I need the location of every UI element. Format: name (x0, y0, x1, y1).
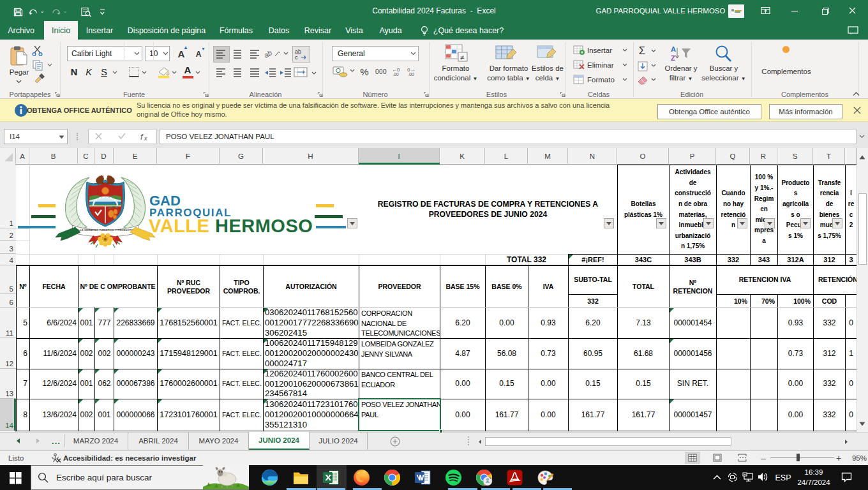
svg-text:f: f (140, 133, 144, 142)
svg-text:VALLE HERMOSO TURISTICO Y PROD: VALLE HERMOSO TURISTICO Y PRODUCTIVO (75, 228, 136, 232)
svg-text:.00: .00 (393, 72, 399, 77)
svg-text:≠: ≠ (460, 54, 464, 61)
svg-text:c: c (295, 54, 298, 61)
svg-text:A: A (671, 45, 676, 53)
svg-text:Z: Z (671, 54, 675, 62)
svg-text:.00: .00 (408, 72, 414, 77)
svg-text:x: x (144, 135, 147, 142)
